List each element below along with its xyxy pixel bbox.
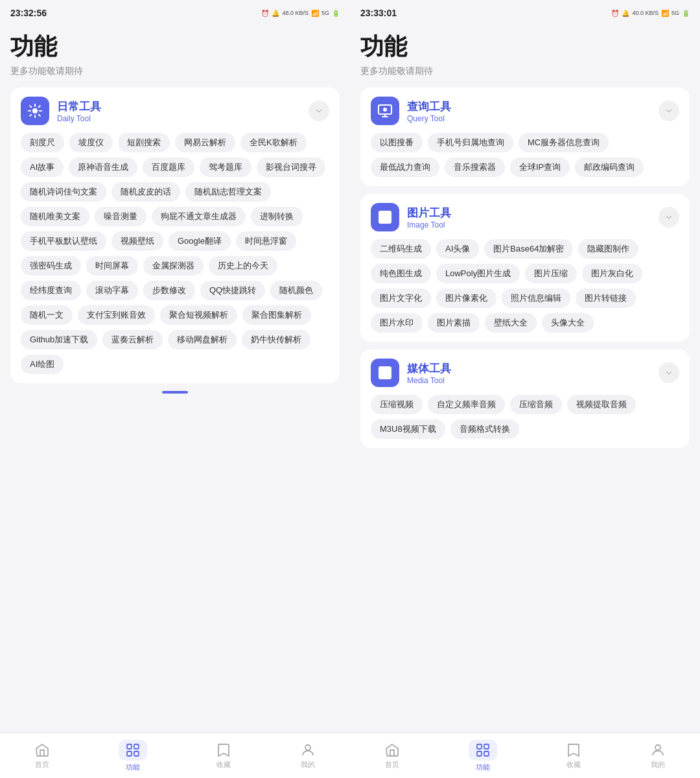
category-header-left-image: 图片工具 Image Tool xyxy=(371,203,451,231)
tag-item[interactable]: 以图搜番 xyxy=(371,133,423,152)
tag-item[interactable]: 邮政编码查询 xyxy=(575,158,644,177)
tag-item[interactable]: 移动网盘解析 xyxy=(168,330,237,349)
tag-item[interactable]: 压缩音频 xyxy=(510,395,562,414)
home-icon-right xyxy=(384,742,400,758)
tag-item[interactable]: 头像大全 xyxy=(542,313,594,333)
tag-item[interactable]: 进制转换 xyxy=(251,207,303,226)
tag-item[interactable]: 刻度尺 xyxy=(21,133,64,152)
tag-item[interactable]: 网易云解析 xyxy=(175,133,235,152)
tag-item[interactable]: AI故事 xyxy=(21,158,64,177)
tag-item[interactable]: 蓝奏云解析 xyxy=(102,330,163,349)
media-icon-box xyxy=(371,359,399,387)
tag-item[interactable]: 百度题库 xyxy=(143,158,194,177)
tag-item[interactable]: 手机号归属地查询 xyxy=(428,133,513,152)
tag-item[interactable]: LowPoly图片生成 xyxy=(436,264,520,283)
tag-item[interactable]: 全民K歌解析 xyxy=(240,133,307,152)
chevron-query[interactable] xyxy=(659,100,679,121)
nav-home-right[interactable]: 首页 xyxy=(374,738,410,773)
svg-point-19 xyxy=(382,214,384,216)
tag-item[interactable]: 图片素描 xyxy=(428,313,480,333)
tag-item[interactable]: 步数修改 xyxy=(143,281,195,300)
tag-item[interactable]: QQ快捷跳转 xyxy=(200,281,265,300)
tag-item[interactable]: 全球IP查询 xyxy=(510,158,570,177)
tag-item[interactable]: 音频格式转换 xyxy=(450,419,519,439)
tag-item[interactable]: 最低战力查询 xyxy=(371,158,439,177)
page-title-right: 功能 xyxy=(360,31,690,63)
svg-rect-22 xyxy=(477,744,482,749)
tag-item[interactable]: AI头像 xyxy=(436,239,479,259)
tag-item[interactable]: 随机诗词佳句文案 xyxy=(21,182,106,202)
tag-item[interactable]: 经纬度查询 xyxy=(21,281,81,300)
tag-item[interactable]: 狗屁不通文章生成器 xyxy=(152,207,246,226)
nav-collect-left[interactable]: 收藏 xyxy=(205,738,242,773)
nav-home-icon-wrap-right xyxy=(384,742,400,758)
network-speed-right: 40.0 KB/S xyxy=(632,10,659,16)
tag-item[interactable]: MC服务器信息查询 xyxy=(519,133,609,152)
tag-item[interactable]: 随机唯美文案 xyxy=(21,207,89,226)
svg-rect-9 xyxy=(127,744,132,749)
tag-item[interactable]: 图片Base64加解密 xyxy=(484,239,573,259)
tag-item[interactable]: Google翻译 xyxy=(169,231,231,251)
tag-item[interactable]: 隐藏图制作 xyxy=(578,239,638,259)
nav-func-right[interactable]: 功能 xyxy=(458,736,508,776)
tag-item[interactable]: 影视台词搜寻 xyxy=(257,158,325,177)
category-card-image: 图片工具 Image Tool 二维码生成AI头像图片Base64加解密隐藏图制… xyxy=(360,194,690,342)
tag-item[interactable]: 随机颜色 xyxy=(270,281,322,300)
tag-item[interactable]: 奶牛快传解析 xyxy=(242,330,310,349)
category-header-query[interactable]: 查询工具 Query Tool xyxy=(371,97,679,125)
tag-item[interactable]: 图片转链接 xyxy=(576,289,636,308)
nav-collect-right[interactable]: 收藏 xyxy=(555,738,592,773)
tag-item[interactable]: 图片文字化 xyxy=(371,289,431,308)
tag-item[interactable]: 随机励志哲理文案 xyxy=(185,182,271,202)
nav-func-left[interactable]: 功能 xyxy=(108,736,158,776)
category-header-daily[interactable]: 日常工具 Daily Tool xyxy=(21,97,329,125)
tag-item[interactable]: 原神语音生成 xyxy=(69,158,137,177)
svg-rect-10 xyxy=(134,744,139,749)
tag-item[interactable]: 支付宝到账音效 xyxy=(78,305,155,325)
nav-profile-left[interactable]: 我的 xyxy=(290,738,326,773)
tag-item[interactable]: 压缩视频 xyxy=(371,395,423,414)
tag-item[interactable]: 图片灰白化 xyxy=(582,264,642,283)
chevron-media[interactable] xyxy=(659,362,679,383)
tag-item[interactable]: 金属探测器 xyxy=(143,256,204,276)
nav-home-left[interactable]: 首页 xyxy=(24,738,60,773)
tag-item[interactable]: 音乐搜索器 xyxy=(445,158,505,177)
tag-item[interactable]: M3U8视频下载 xyxy=(371,419,445,439)
tag-item[interactable]: 强密码生成 xyxy=(21,256,81,276)
tag-item[interactable]: 纯色图生成 xyxy=(371,264,431,283)
tag-item[interactable]: 噪音测量 xyxy=(95,207,146,226)
tag-item[interactable]: 坡度仪 xyxy=(69,133,113,152)
tag-item[interactable]: 图片水印 xyxy=(371,313,423,333)
tag-item[interactable]: 短剧搜索 xyxy=(118,133,170,152)
tag-item[interactable]: 时间悬浮窗 xyxy=(236,231,296,251)
tag-item[interactable]: 自定义频率音频 xyxy=(428,395,505,414)
sun-icon xyxy=(27,103,43,119)
category-header-image[interactable]: 图片工具 Image Tool xyxy=(371,203,679,231)
chevron-daily[interactable] xyxy=(309,100,329,121)
monitor-icon xyxy=(377,103,393,119)
tag-item[interactable]: 驾考题库 xyxy=(200,158,251,177)
tag-item[interactable]: 图片像素化 xyxy=(436,289,496,308)
svg-point-17 xyxy=(383,108,387,112)
chevron-image[interactable] xyxy=(659,207,679,228)
tag-item[interactable]: 聚合图集解析 xyxy=(242,305,311,325)
tag-item[interactable]: 历史上的今天 xyxy=(209,256,277,276)
tag-item[interactable]: 滚动字幕 xyxy=(86,281,138,300)
category-header-media[interactable]: 媒体工具 Media Tool xyxy=(371,359,679,387)
tag-item[interactable]: AI绘图 xyxy=(21,355,64,374)
media-tags-container: 压缩视频自定义频率音频压缩音频视频提取音频M3U8视频下载音频格式转换 xyxy=(371,395,679,439)
nav-profile-right[interactable]: 我的 xyxy=(640,738,676,773)
tag-item[interactable]: 随机皮皮的话 xyxy=(111,182,180,202)
tag-item[interactable]: 视频提取音频 xyxy=(567,395,636,414)
page-title-left: 功能 xyxy=(10,31,340,63)
tag-item[interactable]: Github加速下载 xyxy=(21,330,97,349)
tag-item[interactable]: 时间屏幕 xyxy=(86,256,138,276)
tag-item[interactable]: 图片压缩 xyxy=(525,264,577,283)
tag-item[interactable]: 照片信息编辑 xyxy=(502,289,570,308)
tag-item[interactable]: 聚合短视频解析 xyxy=(160,305,237,325)
tag-item[interactable]: 壁纸大全 xyxy=(485,313,537,333)
tag-item[interactable]: 二维码生成 xyxy=(371,239,431,259)
tag-item[interactable]: 视频壁纸 xyxy=(111,231,163,251)
tag-item[interactable]: 随机一文 xyxy=(21,305,73,325)
tag-item[interactable]: 手机平板默认壁纸 xyxy=(21,231,106,251)
